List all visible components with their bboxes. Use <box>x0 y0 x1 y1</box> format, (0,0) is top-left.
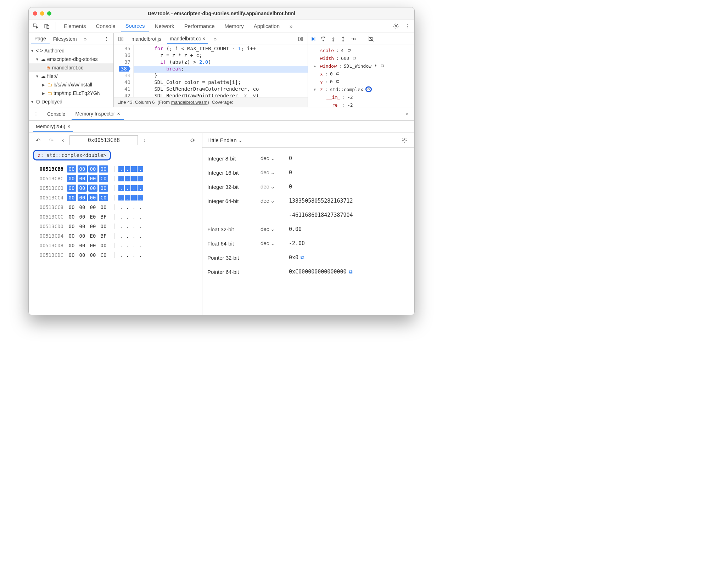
tab-overflow[interactable]: » <box>285 20 297 32</box>
navigator-more-icon[interactable]: ⋮ <box>101 34 111 44</box>
nav-forward-icon[interactable] <box>296 34 306 44</box>
scope-var-z[interactable]: ▼ z: std::complex <box>310 85 412 93</box>
close-icon[interactable]: × <box>117 111 120 117</box>
memory-chip-icon[interactable] <box>335 71 341 77</box>
tab-console[interactable]: Console <box>92 20 120 32</box>
value-row: Float 64-bitdec ⌄-2.00 <box>207 236 409 250</box>
scope-var-scale[interactable]: scale: 4 <box>310 46 412 54</box>
file-tab-cc[interactable]: mandelbrot.cc× <box>167 34 208 44</box>
value-settings-icon[interactable] <box>399 135 409 145</box>
tree-authored[interactable]: ▼< >Authored <box>29 46 113 55</box>
tree-folder-2[interactable]: ▶🗀tmp/tmp.ELcTq2YGN <box>29 89 113 97</box>
tree-deployed[interactable]: ▼⬡Deployed <box>29 97 113 106</box>
step-over-icon[interactable] <box>320 36 326 42</box>
scope-var-window[interactable]: ▶ window: SDL_Window * <box>310 62 412 70</box>
hex-row[interactable]: 00513CD800000000.... <box>33 241 198 250</box>
refresh-icon[interactable]: ⟳ <box>187 137 198 144</box>
hex-row[interactable]: 00513CC800000000.... <box>33 202 198 212</box>
endian-select[interactable]: Little Endian ⌄ <box>207 137 243 143</box>
format-select[interactable]: dec ⌄ <box>261 183 275 190</box>
wasm-source-link[interactable]: mandelbrot.wasm <box>171 100 208 105</box>
drawer-tab-memory-inspector[interactable]: Memory Inspector× <box>72 108 123 120</box>
hex-row[interactable]: 00513CD40000E0BF.... <box>33 231 198 241</box>
drawer-close-icon[interactable]: × <box>402 109 412 119</box>
tree-file-scheme[interactable]: ▼☁file:// <box>29 72 113 80</box>
scope-var-y[interactable]: y: 0 <box>310 78 412 85</box>
memory-tab[interactable]: Memory(256)× <box>33 122 73 132</box>
cursor-position: Line 43, Column 6 <box>117 100 155 105</box>
tab-sources[interactable]: Sources <box>121 20 149 32</box>
navigator-tab-filesystem[interactable]: Filesystem <box>50 34 80 44</box>
svg-point-10 <box>355 38 355 39</box>
hex-row[interactable]: 00513CDC000000C0.... <box>33 250 198 260</box>
value-row: Integer 8-bitdec ⌄0 <box>207 151 409 165</box>
object-highlight-chip[interactable]: z: std::complex<double> <box>33 150 111 160</box>
drawer-more-icon[interactable]: ⋮ <box>31 109 41 119</box>
maximize-window-icon[interactable] <box>47 11 51 16</box>
step-out-icon[interactable] <box>340 36 346 42</box>
tab-application[interactable]: Application <box>250 20 284 32</box>
close-window-icon[interactable] <box>33 11 37 16</box>
device-toolbar-icon[interactable] <box>42 21 52 31</box>
tree-file-mandelbrot[interactable]: 🗎mandelbrot.cc <box>29 63 113 72</box>
navigator-tab-page[interactable]: Page <box>31 34 50 44</box>
format-select[interactable]: dec ⌄ <box>261 198 275 204</box>
scope-variables: scale: 4width: 600▶ window: SDL_Window *… <box>308 45 414 107</box>
chevron-down-icon: ⌄ <box>270 198 275 204</box>
step-into-icon[interactable] <box>330 36 336 42</box>
inspect-element-icon[interactable] <box>31 21 41 31</box>
minimize-window-icon[interactable] <box>40 11 44 16</box>
memory-inspector-body: ↶ ↷ ‹ › ⟳ z: std::complex<double> 00513C… <box>29 133 414 315</box>
prev-page-icon[interactable]: ‹ <box>59 137 67 143</box>
scope-var-__im_[interactable]: __im_: -2 <box>310 93 412 101</box>
jump-to-address-icon[interactable]: ⧉ <box>301 254 304 261</box>
code-editor[interactable]: 3536373839404142 for (; i < MAX_ITER_COU… <box>114 45 308 97</box>
file-tab-js[interactable]: mandelbrot.js <box>129 35 164 43</box>
value-row: Integer 64-bitdec ⌄13835058055282163712 <box>207 194 409 208</box>
resume-icon[interactable] <box>310 36 317 42</box>
sources-panel: Page Filesystem » ⋮ ▼< >Authored ▼☁emscr… <box>29 33 414 107</box>
memory-chip-icon[interactable] <box>335 79 341 84</box>
drawer-tab-console[interactable]: Console <box>44 108 69 120</box>
deactivate-breakpoints-icon[interactable] <box>368 36 374 42</box>
tab-elements[interactable]: Elements <box>60 20 90 32</box>
step-icon[interactable] <box>350 36 356 42</box>
settings-icon[interactable] <box>391 21 401 31</box>
format-select[interactable]: dec ⌄ <box>261 226 275 232</box>
memory-chip-icon[interactable] <box>346 47 352 53</box>
svg-rect-6 <box>315 37 315 41</box>
tree-origin[interactable]: ▼☁emscripten-dbg-stories <box>29 55 113 63</box>
address-input[interactable] <box>69 135 138 145</box>
hex-row[interactable]: 00513CB800000000.... <box>33 164 198 174</box>
format-select[interactable]: dec ⌄ <box>261 155 275 162</box>
debug-toolbar <box>308 33 414 45</box>
undo-icon[interactable]: ↶ <box>33 137 43 144</box>
navigator-overflow[interactable]: » <box>80 34 90 44</box>
format-select[interactable]: dec ⌄ <box>261 240 275 247</box>
memory-chip-icon[interactable] <box>379 63 386 69</box>
hex-row[interactable]: 00513CCC0000E0BF.... <box>33 212 198 221</box>
memory-chip-icon[interactable] <box>351 55 358 61</box>
memory-chip-icon[interactable] <box>365 86 372 92</box>
tree-folder-1[interactable]: ▶🗀b/s/w/ir/x/w/install <box>29 80 113 89</box>
close-icon[interactable]: × <box>67 124 70 129</box>
next-page-icon[interactable]: › <box>141 137 148 143</box>
hex-row[interactable]: 00513CBC000000C0.... <box>33 174 198 183</box>
tab-network[interactable]: Network <box>151 20 179 32</box>
hex-row[interactable]: 00513CC4000000C0.... <box>33 193 198 202</box>
format-select[interactable]: dec ⌄ <box>261 169 275 176</box>
scope-var-x[interactable]: x: 0 <box>310 70 412 78</box>
jump-to-address-icon[interactable]: ⧉ <box>349 269 353 275</box>
more-icon[interactable]: ⋮ <box>402 21 412 31</box>
hex-row[interactable]: 00513CC000000000.... <box>33 183 198 193</box>
nav-back-icon[interactable] <box>116 34 126 44</box>
tab-memory[interactable]: Memory <box>220 20 248 32</box>
scope-var-__re_[interactable]: __re_: -2 <box>310 101 412 107</box>
scope-var-width[interactable]: width: 600 <box>310 54 412 62</box>
hex-row[interactable]: 00513CD000000000.... <box>33 221 198 231</box>
navigator-tabs: Page Filesystem » ⋮ <box>29 33 113 45</box>
tab-performance[interactable]: Performance <box>180 20 219 32</box>
file-tab-overflow[interactable]: » <box>211 35 219 43</box>
cloud-icon: ☁ <box>41 73 46 79</box>
close-icon[interactable]: × <box>202 36 205 41</box>
